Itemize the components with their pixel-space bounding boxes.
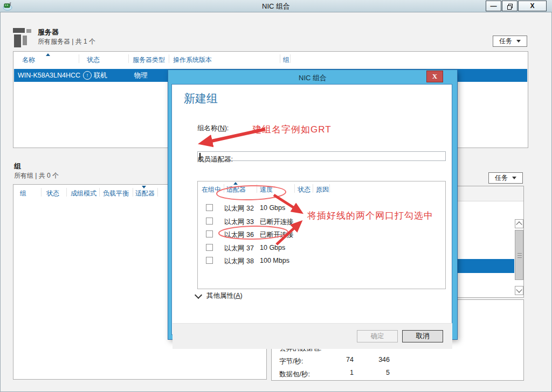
minimize-icon: —	[491, 2, 497, 10]
adapter-checkbox[interactable]	[206, 204, 213, 211]
column-divider	[169, 54, 169, 63]
stat-value: 5	[356, 369, 390, 376]
servers-col-team[interactable]: 组	[283, 55, 289, 65]
scroll-up-button[interactable]	[515, 219, 523, 228]
teams-col-adapter[interactable]: 适配器	[135, 189, 155, 198]
minimize-button[interactable]: —	[486, 1, 501, 11]
column-divider	[99, 188, 100, 197]
dialog-footer: 确定 取消	[172, 323, 452, 349]
adapter-row[interactable]: 以太网 33 已断开连接	[198, 216, 445, 229]
adapters-col-speed[interactable]: 速度	[260, 185, 273, 194]
column-divider	[294, 184, 295, 193]
grip-icon	[518, 257, 522, 258]
servers-col-name[interactable]: 名称	[22, 55, 35, 65]
window-title: NIC 组合	[0, 2, 552, 11]
adapters-col-status[interactable]: 状态	[298, 185, 310, 194]
servers-icon	[13, 28, 34, 47]
teams-col-status[interactable]: 状态	[46, 189, 59, 198]
dropdown-caret-icon	[516, 40, 521, 43]
nic-teaming-window: NIC 组合 — X 服务器 所有服务器 | 共 1 个 任务 名称 状态 服务…	[0, 0, 552, 392]
ok-button[interactable]: 确定	[357, 330, 398, 342]
sort-descending-icon	[142, 186, 146, 188]
dropdown-caret-icon	[512, 177, 516, 179]
window-titlebar: NIC 组合 — X	[0, 0, 552, 12]
stat-value: 74	[319, 356, 354, 363]
stat-label: 字节/秒:	[279, 358, 303, 365]
column-divider	[280, 54, 280, 63]
adapter-speed: 已断开连接	[260, 230, 294, 240]
column-divider	[157, 188, 158, 197]
chevron-up-icon	[516, 221, 522, 227]
column-divider	[41, 188, 42, 197]
adapters-col-member[interactable]: 在组中	[202, 185, 221, 194]
teams-section-subtitle: 所有组 | 共 0 个	[14, 171, 59, 180]
close-icon: X	[432, 72, 437, 81]
stat-value: 346	[356, 356, 390, 363]
column-divider	[257, 184, 257, 193]
dialog-content: 新建组 组名称(N): 成员适配器: 在组中 适配器 速度 状态 原因	[171, 84, 452, 335]
servers-section-subtitle: 所有服务器 | 共 1 个	[38, 37, 95, 46]
adapter-name: 以太网 32	[224, 204, 254, 213]
column-divider	[79, 54, 79, 63]
restore-button[interactable]	[502, 1, 518, 11]
teams-tasks-button[interactable]: 任务	[488, 172, 523, 184]
sort-ascending-icon	[46, 53, 50, 56]
adapters-col-adapter[interactable]: 适配器	[226, 185, 246, 194]
teams-tasks-label: 任务	[495, 173, 508, 183]
servers-col-os[interactable]: 操作系统版本	[173, 55, 212, 65]
teams-col-team[interactable]: 组	[20, 189, 26, 198]
adapter-name: 以太网 38	[224, 257, 254, 266]
stat-label: 数据包/秒:	[279, 370, 310, 378]
adapter-name: 以太网 37	[224, 244, 254, 253]
chevron-down-icon	[516, 286, 522, 292]
servers-tasks-button[interactable]: 任务	[493, 36, 527, 47]
chevron-down-icon	[195, 291, 202, 299]
servers-col-status[interactable]: 状态	[87, 55, 100, 65]
teams-col-mode[interactable]: 成组模式	[71, 189, 96, 198]
teams-section-title: 组	[14, 162, 21, 171]
adapter-checkbox[interactable]	[206, 244, 213, 251]
server-type: 物理	[134, 71, 148, 80]
adapter-speed: 100 Mbps	[260, 257, 289, 264]
restore-icon	[507, 4, 512, 9]
column-divider	[313, 184, 313, 193]
new-team-dialog: NIC 组合 X 新建组 组名称(N): 成员适配器: 在组中 适配器 速度 状…	[168, 70, 457, 339]
additional-properties-expander[interactable]: 其他属性(A)	[196, 291, 243, 300]
column-divider	[224, 184, 224, 193]
status-up-icon: ↑	[83, 71, 92, 80]
close-button[interactable]: X	[518, 1, 547, 11]
close-icon: X	[530, 2, 534, 10]
grip-icon	[518, 255, 522, 256]
team-name-label: 组名称(N):	[197, 124, 229, 133]
adapter-checkbox[interactable]	[206, 218, 213, 225]
scrollbar-thumb[interactable]	[515, 230, 523, 280]
adapter-row[interactable]: 以太网 32 10 Gbps	[198, 203, 445, 216]
adapter-name: 以太网 36	[224, 230, 254, 240]
column-divider	[128, 54, 129, 63]
adapter-row[interactable]: 以太网 36 已断开连接	[198, 229, 445, 242]
servers-tasks-label: 任务	[499, 37, 512, 46]
scroll-down-button[interactable]	[515, 286, 523, 295]
stat-value: 1	[319, 369, 354, 376]
adapters-col-reason[interactable]: 原因	[316, 185, 329, 194]
teams-col-balance[interactable]: 负载平衡	[103, 189, 129, 198]
adapter-speed: 已断开连接	[260, 218, 294, 227]
column-divider	[290, 54, 291, 63]
servers-section-title: 服务器	[38, 27, 59, 37]
cancel-button[interactable]: 取消	[402, 330, 443, 342]
team-name-input[interactable]	[197, 151, 446, 161]
sort-ascending-icon	[233, 182, 238, 185]
column-divider	[66, 188, 67, 197]
dialog-heading: 新建组	[184, 91, 218, 106]
server-status: 联机	[94, 71, 107, 80]
adapter-checkbox[interactable]	[206, 230, 213, 237]
dialog-close-button[interactable]: X	[426, 71, 443, 82]
adapter-row[interactable]: 以太网 38 100 Mbps	[198, 256, 445, 269]
servers-col-type[interactable]: 服务器类型	[133, 55, 165, 65]
dialog-title: NIC 组合	[168, 73, 457, 83]
adapter-row[interactable]: 以太网 37 10 Gbps	[198, 243, 445, 256]
adapter-checkbox[interactable]	[206, 257, 213, 264]
additional-properties-label: 其他属性(A)	[206, 291, 243, 300]
server-name: WIN-K58A3LN4HCC	[18, 72, 80, 79]
adapter-name: 以太网 33	[224, 218, 254, 227]
